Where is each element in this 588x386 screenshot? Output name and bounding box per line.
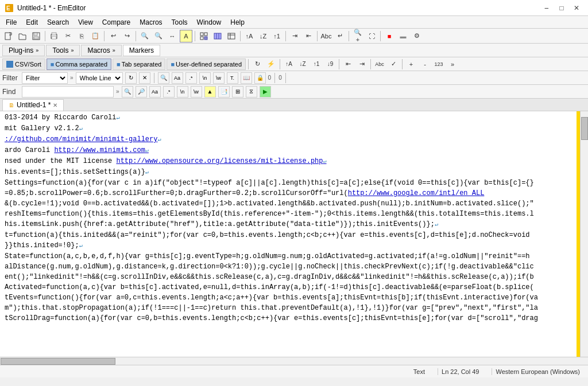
find-book-btn[interactable]: 📑 [218,86,230,98]
tab-plugins[interactable]: Plug-ins » [2,45,45,56]
menu-tools[interactable]: Tools [167,16,192,29]
undo-button[interactable]: ↩ [107,30,119,42]
grid-button[interactable] [198,30,210,42]
editor-main[interactable]: 013-2014 by Riccardo Caroli↵mit Gallery … [0,111,580,357]
wordwrap-button[interactable]: ↵ [334,30,346,42]
filter-w-btn[interactable]: \w [213,72,225,84]
sort-z-button[interactable]: ↓Z [296,58,309,71]
filter-type-select[interactable]: Filter [22,72,68,84]
filter-mode-select[interactable]: Whole Line [76,72,123,84]
user-sep-button[interactable]: ■ User-defined separated [167,59,246,70]
new-button[interactable] [2,30,15,42]
maximize-button[interactable]: □ [555,2,568,14]
csv-sort-button[interactable]: CSV/Sort [2,59,45,70]
filter-refresh-btn[interactable]: ↻ [125,72,137,84]
zoom-in-button[interactable]: 🔍+ [351,30,364,42]
fullscreen-button[interactable]: ⛶ [365,30,378,42]
find-filter2-btn[interactable]: ⧖ [246,86,257,98]
settings-button[interactable]: ⚙ [411,30,423,42]
tab-macros-label: Macros [87,46,110,54]
tab-plugins-chevron: » [36,48,38,53]
menu-macros[interactable]: Macros [135,16,167,29]
menu-search[interactable]: Search [42,16,74,29]
find-prev-btn[interactable]: 🔍 [122,86,133,98]
marker1-button[interactable]: ■ [383,30,396,42]
scrollbar-thumb-v[interactable] [581,117,588,140]
csv-refresh-button[interactable]: ↻ [251,58,264,71]
menu-compare[interactable]: Compare [98,16,135,29]
filter-match-btn[interactable]: T. [227,72,238,84]
print-button[interactable] [48,30,60,42]
find-input[interactable] [22,86,114,98]
sort-91-button[interactable]: ↓9 [324,58,336,71]
vertical-scrollbar[interactable] [580,111,588,357]
find-aa-btn[interactable]: Aa [149,86,161,98]
findnext-button[interactable]: 🔍 [152,30,165,42]
spell2-button[interactable]: Abc [373,58,386,71]
tab-tools[interactable]: Tools » [46,45,80,56]
find-regex-btn[interactable]: .* [163,86,175,98]
save-button[interactable] [30,30,42,42]
scrollbar-thumb-h[interactable] [1,358,115,365]
indent-l-button[interactable]: ⇤ [342,58,354,71]
highlight-button[interactable]: A [180,30,192,42]
validate-button[interactable]: ✓ [387,58,400,71]
filter-book-btn[interactable]: 📖 [241,72,252,84]
linenum-button[interactable]: 123 [432,58,445,71]
doc-tab-icon: 🗎 [9,102,14,108]
sort-asc-button[interactable]: ↑A [243,30,256,42]
open-button[interactable] [16,30,29,42]
titlebar-controls[interactable]: ‒ □ ✕ [540,2,583,14]
filter-clear-btn[interactable]: ✕ [139,72,150,84]
marker2-button[interactable]: ▬ [397,30,409,42]
tab-sep-button[interactable]: ■ Tab separated [113,59,165,70]
find-button[interactable]: 🔍 [138,30,151,42]
replace-button[interactable]: ↔ [166,30,179,42]
menu-view[interactable]: View [74,16,98,29]
filter-regex-btn[interactable]: .* [185,72,197,84]
cut-button[interactable]: ✂ [61,30,74,42]
filter-search-btn[interactable]: 🔍 [158,72,169,84]
tab-markers[interactable]: Markers [123,45,160,56]
main-toolbar: ✂ ⎘ 📋 ↩ ↪ 🔍 🔍 ↔ A ↑A ↓Z ↑1 ⇥ ⇤ Abc ↵ 🔍+ … [0,29,588,44]
find-next-btn[interactable]: 🔎 [136,86,147,98]
filter-n-btn[interactable]: \n [199,72,211,84]
doc-tab-close-btn[interactable]: ✕ [53,102,57,108]
find-all-btn[interactable]: ⊞ [232,86,243,98]
tab-macros[interactable]: Macros » [81,45,121,56]
copy-button[interactable]: ⎘ [75,30,88,42]
outdent-button[interactable]: ⇤ [302,30,315,42]
menu-window[interactable]: Window [192,16,226,29]
indent-button[interactable]: ⇥ [288,30,301,42]
table-button[interactable] [225,30,238,42]
comma-sep-button[interactable]: ■ Comma separated [47,59,111,70]
menu-edit[interactable]: Edit [21,16,42,29]
csv-split-button[interactable]: ⚡ [265,58,277,71]
find-n-btn[interactable]: \n [177,86,188,98]
sort-desc-button[interactable]: ↓Z [257,30,269,42]
find-w-btn[interactable]: \w [191,86,202,98]
filter-zero2-label: 0 [278,75,282,81]
sort-num-button[interactable]: ↑1 [270,30,283,42]
filter-lock-btn[interactable]: 🔒 [254,72,266,84]
spellcheck-button[interactable]: Abc [320,30,332,42]
code-line-17: Activated=function(a,c){var b=this[c].ac… [5,282,580,293]
find-green-btn[interactable]: ▶ [260,86,271,98]
close-button[interactable]: ✕ [570,2,583,14]
sort-19-button[interactable]: ↑1 [310,58,323,71]
cols-button[interactable] [211,30,224,42]
redo-button[interactable]: ↪ [121,30,133,42]
paste-button[interactable]: 📋 [89,30,102,42]
horizontal-scrollbar[interactable] [0,357,588,365]
csv-minus-button[interactable]: - [419,58,431,71]
filter-aa-btn[interactable]: Aa [172,72,183,84]
expand-button[interactable]: » [446,58,459,71]
indent-r-button[interactable]: ⇥ [355,58,368,71]
doc-tab-untitled[interactable]: 🗎 Untitled-1 * ✕ [2,99,64,111]
find-highlight-btn[interactable]: ▲ [204,86,216,98]
menu-file[interactable]: File [1,16,21,29]
csv-plus-button[interactable]: + [405,58,417,71]
menu-help[interactable]: Help [226,16,249,29]
sort-a-button[interactable]: ↑A [283,58,295,71]
minimize-button[interactable]: ‒ [540,2,554,14]
